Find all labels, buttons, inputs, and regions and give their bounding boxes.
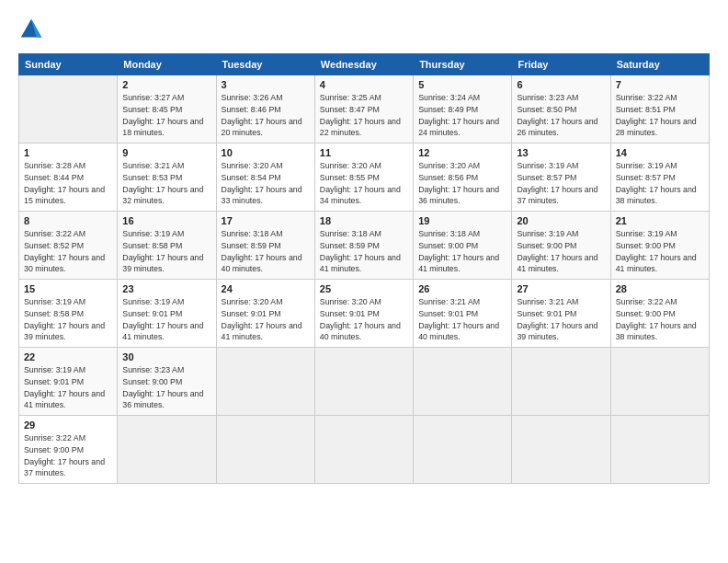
calendar-day-cell: 28 Sunrise: 3:22 AM Sunset: 9:00 PM Dayl… [610, 280, 709, 348]
calendar-day-cell [19, 75, 118, 144]
calendar-week-row: 1 Sunrise: 3:28 AM Sunset: 8:44 PM Dayli… [19, 144, 710, 212]
calendar-day-cell: 10 Sunrise: 3:20 AM Sunset: 8:54 PM Dayl… [216, 144, 314, 212]
calendar-day-cell: 18 Sunrise: 3:18 AM Sunset: 8:59 PM Dayl… [314, 212, 413, 280]
day-number: 18 [320, 215, 408, 226]
day-number: 25 [320, 283, 408, 294]
day-info: Sunrise: 3:20 AM Sunset: 9:01 PM Dayligh… [222, 296, 310, 343]
calendar-week-row: 29 Sunrise: 3:22 AM Sunset: 9:00 PM Dayl… [19, 416, 710, 484]
col-friday: Friday [512, 54, 610, 75]
day-number: 19 [418, 215, 506, 226]
day-number: 2 [122, 79, 210, 90]
calendar-day-cell [610, 416, 709, 484]
calendar-day-cell [610, 348, 709, 416]
calendar-day-cell: 7 Sunrise: 3:22 AM Sunset: 8:51 PM Dayli… [610, 75, 709, 144]
calendar-day-cell: 27 Sunrise: 3:21 AM Sunset: 9:01 PM Dayl… [512, 280, 610, 348]
calendar-day-cell [414, 348, 512, 416]
day-number: 29 [24, 419, 112, 431]
day-info: Sunrise: 3:22 AM Sunset: 9:00 PM Dayligh… [616, 296, 704, 343]
day-number: 8 [24, 215, 112, 226]
calendar-page: Sunday Monday Tuesday Wednesday Thursday… [0, 0, 728, 563]
calendar-day-cell: 29 Sunrise: 3:22 AM Sunset: 9:00 PM Dayl… [19, 416, 118, 484]
calendar-day-cell: 14 Sunrise: 3:19 AM Sunset: 8:57 PM Dayl… [610, 144, 709, 212]
col-sunday: Sunday [19, 54, 118, 75]
day-info: Sunrise: 3:19 AM Sunset: 9:00 PM Dayligh… [517, 228, 605, 275]
calendar-day-cell [414, 416, 512, 484]
day-info: Sunrise: 3:21 AM Sunset: 8:53 PM Dayligh… [122, 160, 210, 207]
calendar-day-cell: 23 Sunrise: 3:19 AM Sunset: 9:01 PM Dayl… [118, 280, 216, 348]
calendar-day-cell [118, 416, 216, 484]
day-number: 15 [24, 283, 112, 294]
day-number: 11 [320, 147, 408, 158]
day-number: 24 [222, 283, 310, 294]
calendar-day-cell: 13 Sunrise: 3:19 AM Sunset: 8:57 PM Dayl… [512, 144, 610, 212]
calendar-day-cell [216, 416, 314, 484]
day-number: 13 [517, 147, 605, 158]
day-info: Sunrise: 3:23 AM Sunset: 8:50 PM Dayligh… [517, 92, 605, 139]
day-info: Sunrise: 3:19 AM Sunset: 8:58 PM Dayligh… [122, 228, 210, 275]
calendar-day-cell [512, 416, 610, 484]
day-info: Sunrise: 3:20 AM Sunset: 8:54 PM Dayligh… [222, 160, 310, 207]
day-info: Sunrise: 3:19 AM Sunset: 8:58 PM Dayligh… [24, 296, 112, 343]
calendar-day-cell [314, 416, 413, 484]
day-info: Sunrise: 3:25 AM Sunset: 8:47 PM Dayligh… [320, 92, 408, 139]
calendar-day-cell: 12 Sunrise: 3:20 AM Sunset: 8:56 PM Dayl… [414, 144, 512, 212]
day-number: 12 [418, 147, 506, 158]
calendar-day-cell: 30 Sunrise: 3:23 AM Sunset: 9:00 PM Dayl… [118, 348, 216, 416]
day-info: Sunrise: 3:20 AM Sunset: 9:01 PM Dayligh… [320, 296, 408, 343]
calendar-day-cell: 5 Sunrise: 3:24 AM Sunset: 8:49 PM Dayli… [414, 75, 512, 144]
calendar-day-cell: 3 Sunrise: 3:26 AM Sunset: 8:46 PM Dayli… [216, 75, 314, 144]
day-info: Sunrise: 3:18 AM Sunset: 8:59 PM Dayligh… [222, 228, 310, 275]
day-number: 20 [517, 215, 605, 226]
day-number: 30 [122, 351, 210, 362]
weekday-header-row: Sunday Monday Tuesday Wednesday Thursday… [19, 54, 710, 75]
calendar-day-cell: 1 Sunrise: 3:28 AM Sunset: 8:44 PM Dayli… [19, 144, 118, 212]
day-number: 28 [616, 283, 704, 294]
day-info: Sunrise: 3:19 AM Sunset: 8:57 PM Dayligh… [616, 160, 704, 207]
day-info: Sunrise: 3:19 AM Sunset: 9:01 PM Dayligh… [122, 296, 210, 343]
calendar-day-cell: 8 Sunrise: 3:22 AM Sunset: 8:52 PM Dayli… [19, 212, 118, 280]
col-monday: Monday [118, 54, 216, 75]
day-number: 6 [517, 79, 605, 90]
calendar-day-cell: 24 Sunrise: 3:20 AM Sunset: 9:01 PM Dayl… [216, 280, 314, 348]
day-number: 26 [418, 283, 506, 294]
day-info: Sunrise: 3:22 AM Sunset: 8:51 PM Dayligh… [616, 92, 704, 139]
calendar-day-cell: 21 Sunrise: 3:19 AM Sunset: 9:00 PM Dayl… [610, 212, 709, 280]
calendar-week-row: 8 Sunrise: 3:22 AM Sunset: 8:52 PM Dayli… [19, 212, 710, 280]
calendar-day-cell: 26 Sunrise: 3:21 AM Sunset: 9:01 PM Dayl… [414, 280, 512, 348]
calendar-day-cell: 19 Sunrise: 3:18 AM Sunset: 9:00 PM Dayl… [414, 212, 512, 280]
day-number: 16 [122, 215, 210, 226]
day-info: Sunrise: 3:23 AM Sunset: 9:00 PM Dayligh… [122, 364, 210, 411]
day-info: Sunrise: 3:18 AM Sunset: 9:00 PM Dayligh… [418, 228, 506, 275]
day-number: 4 [320, 79, 408, 90]
calendar-day-cell [314, 348, 413, 416]
day-number: 10 [222, 147, 310, 158]
day-info: Sunrise: 3:20 AM Sunset: 8:55 PM Dayligh… [320, 160, 408, 207]
day-info: Sunrise: 3:24 AM Sunset: 8:49 PM Dayligh… [418, 92, 506, 139]
col-wednesday: Wednesday [314, 54, 413, 75]
calendar-day-cell: 9 Sunrise: 3:21 AM Sunset: 8:53 PM Dayli… [118, 144, 216, 212]
calendar-day-cell: 4 Sunrise: 3:25 AM Sunset: 8:47 PM Dayli… [314, 75, 413, 144]
calendar-table: Sunday Monday Tuesday Wednesday Thursday… [18, 53, 710, 484]
day-number: 17 [222, 215, 310, 226]
day-info: Sunrise: 3:19 AM Sunset: 9:00 PM Dayligh… [616, 228, 704, 275]
day-number: 27 [517, 283, 605, 294]
calendar-day-cell [216, 348, 314, 416]
day-number: 22 [24, 351, 112, 362]
day-number: 21 [616, 215, 704, 226]
calendar-day-cell: 15 Sunrise: 3:19 AM Sunset: 8:58 PM Dayl… [19, 280, 118, 348]
day-number: 1 [24, 147, 112, 158]
day-number: 5 [418, 79, 506, 90]
col-tuesday: Tuesday [216, 54, 314, 75]
calendar-day-cell: 20 Sunrise: 3:19 AM Sunset: 9:00 PM Dayl… [512, 212, 610, 280]
col-saturday: Saturday [610, 54, 709, 75]
day-info: Sunrise: 3:28 AM Sunset: 8:44 PM Dayligh… [24, 160, 112, 207]
day-number: 7 [616, 79, 704, 90]
day-info: Sunrise: 3:26 AM Sunset: 8:46 PM Dayligh… [222, 92, 310, 139]
calendar-day-cell: 17 Sunrise: 3:18 AM Sunset: 8:59 PM Dayl… [216, 212, 314, 280]
calendar-day-cell: 25 Sunrise: 3:20 AM Sunset: 9:01 PM Dayl… [314, 280, 413, 348]
calendar-day-cell: 2 Sunrise: 3:27 AM Sunset: 8:45 PM Dayli… [118, 75, 216, 144]
calendar-day-cell: 11 Sunrise: 3:20 AM Sunset: 8:55 PM Dayl… [314, 144, 413, 212]
day-info: Sunrise: 3:22 AM Sunset: 8:52 PM Dayligh… [24, 228, 112, 275]
calendar-week-row: 2 Sunrise: 3:27 AM Sunset: 8:45 PM Dayli… [19, 75, 710, 144]
logo-icon [18, 17, 44, 42]
